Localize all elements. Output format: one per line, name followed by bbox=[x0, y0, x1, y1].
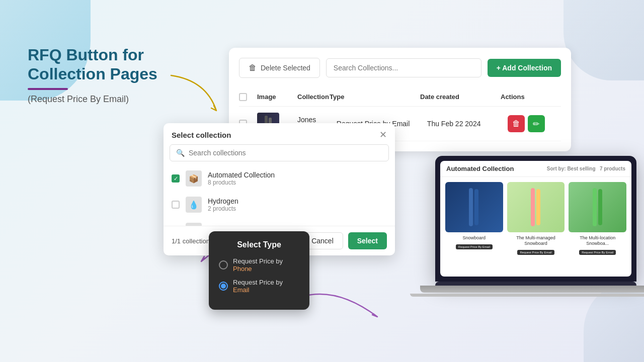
svg-rect-4 bbox=[593, 188, 597, 226]
edit-row-button[interactable]: ✏ bbox=[528, 115, 545, 132]
delete-selected-button[interactable]: 🗑 Delete Selected bbox=[239, 58, 320, 78]
rfq-badge-3: Request Price By Email bbox=[579, 250, 616, 255]
product-image-3 bbox=[569, 182, 626, 232]
row-date: Thu Feb 22 2024 bbox=[427, 120, 508, 128]
product-name-3: The Multi-location Snowboa... bbox=[569, 235, 626, 246]
search-icon: 🔍 bbox=[176, 149, 185, 157]
collection-thumb-2: 💧 bbox=[186, 197, 202, 213]
bg-shape-right bbox=[564, 0, 644, 80]
collection-info-1: Automated Collection 8 products bbox=[208, 171, 275, 186]
collection-checkbox-1[interactable]: ✓ bbox=[172, 174, 180, 183]
radio-email[interactable] bbox=[219, 282, 228, 291]
type-label-phone: Request Price by Phone bbox=[233, 257, 299, 273]
delete-row-button[interactable]: 🗑 bbox=[508, 115, 525, 132]
type-label-email: Request Price by Email bbox=[233, 279, 299, 294]
left-section: RFQ Button for Collection Pages (Request… bbox=[28, 45, 189, 105]
row-actions: 🗑 ✏ bbox=[508, 115, 568, 132]
svg-rect-3 bbox=[536, 189, 540, 225]
svg-rect-2 bbox=[531, 188, 535, 226]
product-card-3: The Multi-location Snowboa... Request Pr… bbox=[569, 182, 626, 255]
product-name-2: The Multi-managed Snowboard bbox=[507, 235, 565, 246]
table-header: Image Collection Type Date created Actio… bbox=[239, 88, 561, 107]
collection-count-1: 8 products bbox=[208, 179, 275, 186]
list-item[interactable]: ✓ 📦 Automated Collection 8 products bbox=[164, 165, 395, 192]
collection-info-2: Hydrogen 2 products bbox=[208, 197, 238, 212]
screen-collection-title: Automated Collection bbox=[446, 165, 514, 172]
laptop-section: Automated Collection Sort by: Best selli… bbox=[428, 156, 644, 297]
radio-email-inner bbox=[221, 284, 226, 289]
header-type: Type bbox=[330, 93, 420, 101]
svg-rect-5 bbox=[598, 189, 602, 225]
modal-search-box: 🔍 bbox=[170, 144, 389, 161]
modal-footer-buttons: Cancel Select bbox=[302, 232, 387, 249]
list-item[interactable]: 🏂 Jones Snowboards bbox=[164, 218, 395, 226]
radio-phone[interactable] bbox=[219, 260, 228, 269]
collection-thumb-1: 📦 bbox=[186, 170, 202, 187]
title-underline bbox=[28, 88, 68, 90]
product-grid: Snowboard Request Price By Email The Mul… bbox=[440, 177, 631, 260]
collection-count-2: 2 products bbox=[208, 205, 238, 212]
modal-header: Select collection ✕ bbox=[164, 123, 395, 144]
type-option-email[interactable]: Request Price by Email bbox=[219, 279, 299, 294]
product-card-1: Snowboard Request Price By Email bbox=[445, 182, 503, 255]
trash-icon: 🗑 bbox=[249, 63, 257, 72]
modal-title: Select collection bbox=[172, 131, 231, 139]
list-item[interactable]: 💧 Hydrogen 2 products bbox=[164, 192, 395, 218]
laptop-body: Automated Collection Sort by: Best selli… bbox=[435, 156, 636, 282]
product-image-2 bbox=[507, 182, 565, 232]
product-image-1 bbox=[445, 182, 503, 232]
header-collection: Collection bbox=[297, 93, 330, 101]
rfq-badge-2: Request Price By Email bbox=[517, 250, 554, 255]
svg-rect-1 bbox=[474, 189, 478, 225]
collection-checkbox-2[interactable] bbox=[172, 201, 180, 209]
modal-search-input[interactable] bbox=[189, 149, 382, 157]
laptop-bottom bbox=[410, 294, 644, 297]
laptop-screen: Automated Collection Sort by: Best selli… bbox=[440, 161, 631, 277]
collection-thumb-3: 🏂 bbox=[186, 223, 202, 226]
collection-name-2: Hydrogen bbox=[208, 197, 238, 205]
modal-close-button[interactable]: ✕ bbox=[379, 130, 387, 139]
laptop-bar bbox=[435, 282, 636, 286]
search-collections-input[interactable] bbox=[326, 58, 481, 77]
screen-header: Automated Collection Sort by: Best selli… bbox=[440, 161, 631, 177]
header-image: Image bbox=[257, 93, 297, 101]
admin-toolbar: 🗑 Delete Selected + Add Collection bbox=[239, 58, 561, 78]
type-popup-title: Select Type bbox=[219, 240, 299, 249]
header-actions: Actions bbox=[501, 93, 561, 101]
add-collection-button[interactable]: + Add Collection bbox=[488, 59, 561, 77]
product-card-2: The Multi-managed Snowboard Request Pric… bbox=[507, 182, 565, 255]
svg-rect-0 bbox=[469, 188, 473, 226]
product-name-1: Snowboard bbox=[445, 235, 503, 241]
collection-list: ✓ 📦 Automated Collection 8 products 💧 Hy… bbox=[164, 165, 395, 226]
header-date: Date created bbox=[420, 93, 501, 101]
page-subtitle: (Request Price By Email) bbox=[28, 94, 189, 105]
select-type-popup: Select Type Request Price by Phone Reque… bbox=[209, 231, 309, 310]
select-button[interactable]: Select bbox=[348, 232, 387, 249]
type-option-phone[interactable]: Request Price by Phone bbox=[219, 257, 299, 273]
header-checkbox-col bbox=[239, 93, 257, 101]
arrow-3 bbox=[297, 292, 408, 342]
collection-name-1: Automated Collection bbox=[208, 171, 275, 179]
screen-sort: Sort by: Best selling 7 products bbox=[547, 166, 625, 171]
laptop-base bbox=[420, 286, 644, 293]
page-title: RFQ Button for Collection Pages bbox=[28, 45, 189, 84]
bg-shape-bottom-right bbox=[584, 287, 644, 362]
select-all-checkbox[interactable] bbox=[239, 93, 247, 101]
rfq-badge-1: Request Price By Email bbox=[456, 244, 493, 249]
